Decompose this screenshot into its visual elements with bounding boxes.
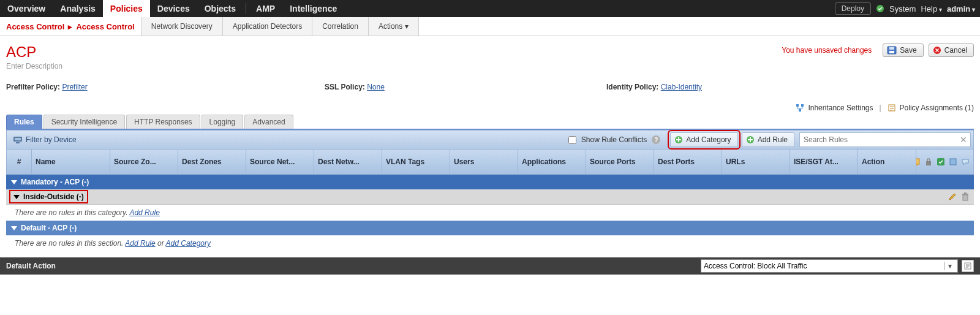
filter-by-device-label: Filter by Device bbox=[26, 135, 77, 144]
files-icon bbox=[916, 158, 921, 166]
svg-marker-24 bbox=[11, 226, 17, 230]
svg-marker-19 bbox=[11, 180, 17, 184]
edit-icon[interactable] bbox=[948, 192, 957, 201]
comment-icon bbox=[961, 158, 970, 166]
mandatory-section-header[interactable]: Mandatory - ACP (-) bbox=[6, 175, 974, 189]
tab-http-responses[interactable]: HTTP Responses bbox=[126, 115, 200, 129]
identity-link[interactable]: Clab-Identity bbox=[661, 83, 702, 91]
svg-rect-18 bbox=[950, 159, 956, 165]
col-urls: URLs bbox=[722, 150, 790, 174]
inheritance-settings-link[interactable]: Inheritance Settings bbox=[808, 104, 873, 112]
cancel-icon bbox=[933, 46, 941, 55]
subnav-row: Access Control ▸ Access Control Network … bbox=[0, 17, 980, 36]
add-rule-button[interactable]: Add Rule bbox=[742, 132, 794, 147]
cancel-button[interactable]: Cancel bbox=[929, 44, 974, 57]
add-rule-link[interactable]: Add Rule bbox=[125, 239, 155, 248]
nav-intelligence[interactable]: Intelligence bbox=[282, 0, 344, 17]
page-title: ACP bbox=[6, 41, 62, 61]
rules-toolbar: Filter by Device Show Rule Conflicts ? A… bbox=[6, 130, 974, 150]
nav-analysis[interactable]: Analysis bbox=[53, 0, 103, 17]
svg-rect-3 bbox=[889, 47, 894, 50]
svg-marker-20 bbox=[13, 195, 20, 199]
tab-security-intelligence[interactable]: Security Intelligence bbox=[43, 115, 125, 129]
delete-icon[interactable] bbox=[962, 192, 969, 201]
or-text: or bbox=[156, 239, 166, 248]
clear-search-icon[interactable]: ✕ bbox=[960, 135, 967, 145]
subtab-actions[interactable]: Actions ▾ bbox=[369, 17, 419, 36]
show-rule-conflicts-wrap[interactable]: Show Rule Conflicts ? bbox=[566, 134, 660, 146]
col-number: # bbox=[7, 150, 32, 174]
breadcrumb-b[interactable]: Access Control bbox=[76, 22, 134, 31]
add-icon bbox=[746, 135, 755, 144]
default-action-value: Access Control: Block All Traffic bbox=[704, 262, 807, 270]
info-icon[interactable]: ? bbox=[652, 135, 660, 144]
tab-advanced[interactable]: Advanced bbox=[244, 115, 293, 129]
tab-logging[interactable]: Logging bbox=[202, 115, 244, 129]
nav-system[interactable]: System bbox=[889, 4, 916, 13]
lock-icon bbox=[924, 158, 933, 166]
deploy-button[interactable]: Deploy bbox=[835, 2, 871, 15]
col-action: Action bbox=[858, 150, 916, 174]
col-dest-zones: Dest Zones bbox=[178, 150, 246, 174]
default-section-header[interactable]: Default - ACP (-) bbox=[6, 221, 974, 235]
collapse-icon bbox=[13, 194, 20, 200]
search-rules-input[interactable] bbox=[799, 132, 971, 147]
nav-user[interactable]: admin bbox=[947, 4, 975, 13]
collapse-icon bbox=[11, 179, 17, 185]
prefilter-label: Prefilter Policy: bbox=[6, 83, 60, 91]
subtab-correlation[interactable]: Correlation bbox=[312, 17, 369, 36]
save-icon bbox=[887, 46, 897, 55]
save-button[interactable]: Save bbox=[883, 44, 923, 57]
nav-amp[interactable]: AMP bbox=[249, 0, 282, 17]
empty-rules-message: There are no rules in this category. Add… bbox=[6, 205, 974, 221]
svg-rect-10 bbox=[15, 138, 21, 140]
svg-rect-16 bbox=[926, 161, 931, 165]
nav-help[interactable]: Help bbox=[921, 4, 942, 13]
breadcrumb-a[interactable]: Access Control bbox=[6, 22, 64, 31]
subtab-network-discovery[interactable]: Network Discovery bbox=[141, 17, 223, 36]
description-placeholder[interactable]: Enter Description bbox=[6, 62, 62, 70]
tab-rules[interactable]: Rules bbox=[6, 115, 42, 129]
nav-overview[interactable]: Overview bbox=[0, 0, 53, 17]
col-users: Users bbox=[450, 150, 518, 174]
header-icon-tray bbox=[916, 150, 973, 174]
svg-rect-2 bbox=[889, 51, 894, 53]
default-action-select[interactable]: Access Control: Block All Traffic ▾ bbox=[701, 259, 958, 273]
col-name: Name bbox=[32, 150, 110, 174]
nav-objects[interactable]: Objects bbox=[197, 0, 243, 17]
empty-section-message: There are no rules in this section. Add … bbox=[6, 235, 974, 251]
col-ise-sgt: ISE/SGT At... bbox=[790, 150, 858, 174]
col-vlan-tags: VLAN Tags bbox=[382, 150, 450, 174]
category-header[interactable]: Inside-Outside (-) bbox=[6, 189, 974, 205]
ssl-link[interactable]: None bbox=[367, 83, 385, 91]
device-filter-icon bbox=[13, 135, 23, 144]
subtab-application-detectors[interactable]: Application Detectors bbox=[223, 17, 312, 36]
log-settings-icon[interactable] bbox=[962, 260, 974, 272]
default-action-label: Default Action bbox=[6, 262, 56, 270]
default-section-label: Default - ACP (-) bbox=[21, 224, 77, 232]
category-label: Inside-Outside (-) bbox=[23, 192, 84, 201]
policy-assignments-link[interactable]: Policy Assignments (1) bbox=[900, 104, 974, 112]
col-applications: Applications bbox=[518, 150, 586, 174]
add-icon bbox=[674, 135, 683, 144]
svg-rect-23 bbox=[964, 192, 967, 194]
identity-label: Identity Policy: bbox=[606, 83, 658, 91]
svg-rect-22 bbox=[962, 194, 968, 195]
nav-policies[interactable]: Policies bbox=[103, 0, 150, 17]
dropdown-icon: ▾ bbox=[944, 262, 955, 270]
ssl-label: SSL Policy: bbox=[325, 83, 365, 91]
col-source-networks: Source Net... bbox=[246, 150, 314, 174]
show-rule-conflicts-label: Show Rule Conflicts bbox=[581, 135, 647, 144]
mandatory-section-label: Mandatory - ACP (-) bbox=[21, 178, 89, 186]
collapse-icon bbox=[11, 225, 17, 231]
add-category-link[interactable]: Add Category bbox=[166, 239, 211, 248]
nav-devices[interactable]: Devices bbox=[150, 0, 197, 17]
col-source-zones: Source Zo... bbox=[110, 150, 178, 174]
add-category-button[interactable]: Add Category bbox=[670, 132, 737, 147]
add-rule-label: Add Rule bbox=[758, 135, 788, 144]
show-rule-conflicts-checkbox[interactable] bbox=[568, 136, 576, 144]
add-rule-link[interactable]: Add Rule bbox=[129, 208, 159, 217]
filter-by-device-button[interactable]: Filter by Device bbox=[9, 134, 80, 146]
prefilter-link[interactable]: Prefilter bbox=[62, 83, 87, 91]
inheritance-icon bbox=[796, 104, 804, 112]
